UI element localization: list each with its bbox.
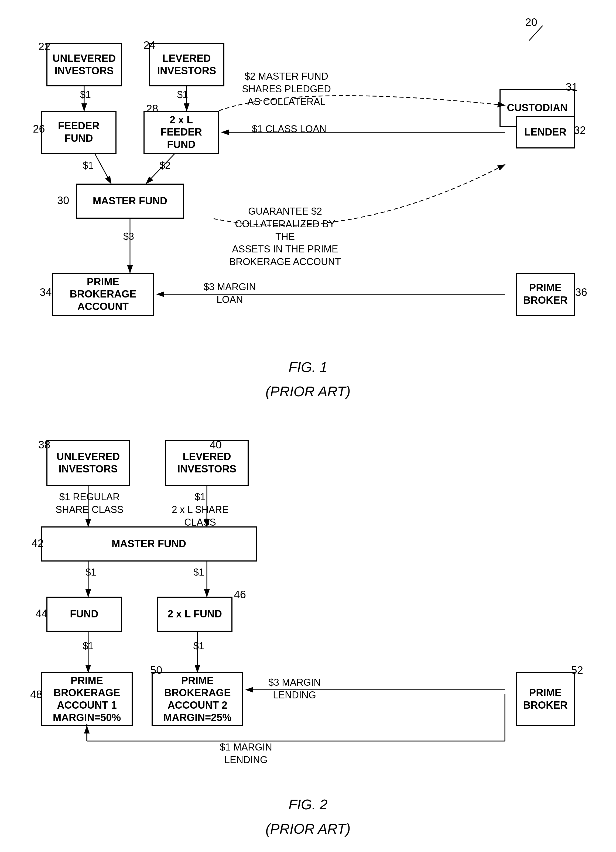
fig1-subtitle: (PRIOR ART) <box>25 383 591 400</box>
feeder-fund-box: FEEDERFUND <box>41 111 116 154</box>
leveraged-feeder-box: 2 x LFEEDER FUND <box>143 111 219 154</box>
ref-24: 24 <box>143 39 156 51</box>
prime-broker-box: PRIMEBROKER <box>516 273 575 316</box>
fig2-title: FIG. 2 <box>25 796 591 813</box>
page: 20 UNLEVEREDINVESTORS 22 LEVEREDINVESTOR… <box>0 0 616 852</box>
ref-32: 32 <box>574 124 586 136</box>
fig2-unlevered-box: UNLEVEREDINVESTORS <box>47 440 130 486</box>
fig2-ref-52: 52 <box>571 664 583 676</box>
fig2-ref-38: 38 <box>38 439 50 451</box>
ref-26: 26 <box>33 123 45 135</box>
ref-30: 30 <box>57 194 69 207</box>
ref-28: 28 <box>146 103 158 115</box>
fig2-f-pba1-dollar: $1 <box>80 640 96 653</box>
fig2-fund-box: FUND <box>47 597 122 632</box>
fig1-diagram: 20 UNLEVEREDINVESTORS 22 LEVEREDINVESTOR… <box>25 16 591 408</box>
lf-to-m-dollar: $2 <box>157 159 173 172</box>
li-dollar1: $1 <box>175 89 191 101</box>
master-fund-box: MASTER FUND <box>76 184 184 219</box>
fig2-regular-share-label: $1 REGULARSHARE CLASS <box>52 491 127 516</box>
class-loan-label: $1 CLASS LOAN <box>249 123 330 136</box>
unlevered-investors-box: UNLEVEREDINVESTORS <box>47 43 122 86</box>
fig2-prime-broker-box: PRIMEBROKER <box>516 672 575 726</box>
margin-loan-label: $3 MARGIN LOAN <box>192 281 268 306</box>
f-to-m-dollar: $1 <box>80 159 96 172</box>
fig1-title: FIG. 1 <box>25 359 591 375</box>
lender-box: LENDER <box>516 116 575 148</box>
fig2-ref-50: 50 <box>150 664 163 676</box>
fig2-lev-share-label: $12 x L SHARE CLASS <box>163 491 238 529</box>
fig2-pba1-box: PRIME BROKERAGEACCOUNT 1MARGIN=50% <box>41 672 133 726</box>
fig2-ref-40: 40 <box>210 439 222 451</box>
fig2-lev-fund-box: 2 x L FUND <box>157 597 232 632</box>
ui-dollar1: $1 <box>77 89 93 101</box>
ref-20: 20 <box>526 16 538 28</box>
guarantee-label: GUARANTEE $2COLLATERALIZED BY THEASSETS … <box>224 205 346 268</box>
fig2-lf-pba2-dollar: $1 <box>191 640 207 653</box>
fig2-levered-box: LEVEREDINVESTORS <box>165 440 249 486</box>
ref-22: 22 <box>38 41 50 53</box>
levered-investors-box: LEVEREDINVESTORS <box>149 43 224 86</box>
fig1-caption: FIG. 1 (PRIOR ART) <box>25 351 591 400</box>
fig2-margin3-label: $3 MARGIN LENDING <box>249 676 340 702</box>
fig2-master-box: MASTER FUND <box>41 526 257 562</box>
fig2-diagram: UNLEVEREDINVESTORS 38 LEVEREDINVESTORS 4… <box>25 424 591 842</box>
fig2-caption: FIG. 2 (PRIOR ART) <box>25 788 591 837</box>
m-to-pb-dollar: $3 <box>120 230 137 243</box>
fig2-m-lf-dollar1: $1 <box>191 566 207 579</box>
fig2-ref-46: 46 <box>234 589 246 601</box>
svg-line-2 <box>95 154 111 184</box>
fig2-arrows <box>25 424 591 842</box>
fig2-pba2-box: PRIME BROKERAGEACCOUNT 2MARGIN=25% <box>152 672 243 726</box>
pledged-label: $2 MASTER FUNDSHARES PLEDGEDAS COLLATERA… <box>235 70 338 108</box>
fig2-ref-42: 42 <box>32 537 44 549</box>
fig2-ref-44: 44 <box>36 607 48 619</box>
prime-brokerage-box: PRIME BROKERAGEACCOUNT <box>52 273 154 316</box>
fig2-ref-48: 48 <box>30 689 42 701</box>
ref-34: 34 <box>40 286 52 298</box>
fig2-margin1-label: $1 MARGIN LENDING <box>200 741 292 766</box>
ref-31: 31 <box>566 81 578 93</box>
ref-36: 36 <box>575 286 587 298</box>
fig2-m-fund-dollar1: $1 <box>83 566 99 579</box>
fig2-subtitle: (PRIOR ART) <box>25 821 591 837</box>
